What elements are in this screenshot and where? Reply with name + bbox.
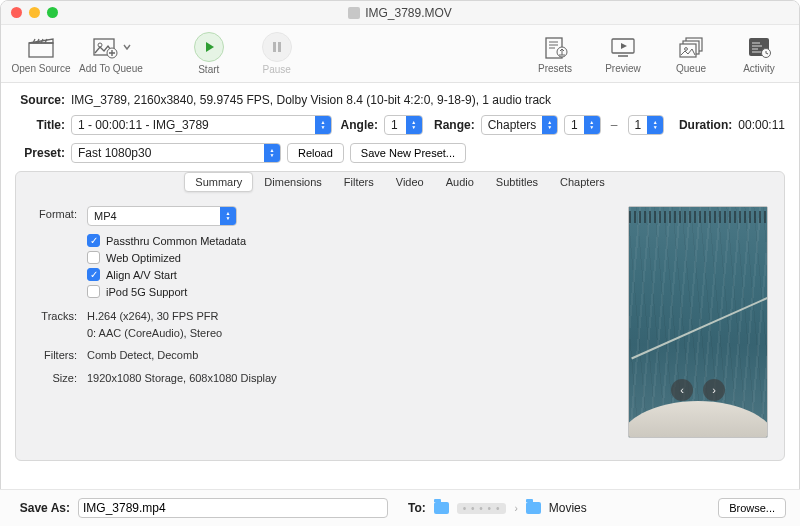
dest-folder: Movies (549, 501, 587, 515)
content-area: Source: IMG_3789, 2160x3840, 59.9745 FPS… (1, 83, 799, 467)
activity-button[interactable]: Activity (729, 33, 789, 74)
chevron-updown-icon: ▲▼ (542, 116, 557, 134)
size-value: 1920x1080 Storage, 608x1080 Display (87, 370, 277, 387)
range-from-select[interactable]: 1 ▲▼ (564, 115, 601, 135)
start-label: Start (198, 64, 219, 75)
presets-icon (540, 33, 570, 61)
pause-button[interactable]: Pause (247, 32, 307, 75)
tab-subtitles[interactable]: Subtitles (485, 172, 549, 192)
start-button[interactable]: Start (179, 32, 239, 75)
tracks-label: Tracks: (32, 308, 77, 322)
pause-label: Pause (263, 64, 291, 75)
passthru-checkbox[interactable]: ✓ Passthru Common Metadata (87, 234, 246, 247)
clapperboard-icon (26, 33, 56, 61)
preset-label: Preset: (15, 146, 65, 160)
chevron-updown-icon: ▲▼ (584, 116, 600, 134)
checkbox-icon (87, 251, 100, 264)
angle-label: Angle: (338, 118, 378, 132)
window-title: IMG_3789.MOV (1, 6, 799, 20)
size-label: Size: (32, 370, 77, 384)
angle-select[interactable]: 1 ▲▼ (384, 115, 423, 135)
play-icon (194, 32, 224, 62)
svg-rect-11 (680, 44, 696, 57)
dest-path-hidden: • • • • • (457, 503, 507, 514)
format-select[interactable]: MP4 ▲▼ (87, 206, 237, 226)
chevron-updown-icon: ▲▼ (647, 116, 663, 134)
range-to-select[interactable]: 1 ▲▼ (628, 115, 665, 135)
source-label: Source: (15, 93, 65, 107)
queue-icon (676, 33, 706, 61)
source-value: IMG_3789, 2160x3840, 59.9745 FPS, Dolby … (71, 93, 551, 107)
tab-chapters[interactable]: Chapters (549, 172, 616, 192)
range-mode-select[interactable]: Chapters ▲▼ (481, 115, 558, 135)
align-av-checkbox[interactable]: ✓ Align A/V Start (87, 268, 246, 281)
add-to-queue-button[interactable]: Add To Queue (79, 33, 143, 74)
duration-value: 00:00:11 (738, 118, 785, 132)
tabs-panel: SummaryDimensionsFiltersVideoAudioSubtit… (15, 171, 785, 461)
filters-value: Comb Detect, Decomb (87, 347, 198, 364)
title-select[interactable]: 1 - 00:00:11 - IMG_3789 ▲▼ (71, 115, 332, 135)
svg-rect-4 (273, 42, 276, 52)
svg-rect-5 (278, 42, 281, 52)
filters-label: Filters: (32, 347, 77, 361)
tab-video[interactable]: Video (385, 172, 435, 192)
preview-label: Preview (605, 63, 641, 74)
folder-icon (526, 502, 541, 514)
checkbox-icon: ✓ (87, 268, 100, 281)
chevron-updown-icon: ▲▼ (220, 207, 236, 225)
chevron-right-icon: › (514, 503, 517, 514)
tab-bar: SummaryDimensionsFiltersVideoAudioSubtit… (32, 172, 768, 192)
preview-button[interactable]: Preview (593, 33, 653, 74)
preset-select[interactable]: Fast 1080p30 ▲▼ (71, 143, 281, 163)
activity-label: Activity (743, 63, 775, 74)
range-label: Range: (429, 118, 475, 132)
preview-icon (608, 33, 638, 61)
presets-label: Presets (538, 63, 572, 74)
save-preset-button[interactable]: Save New Preset... (350, 143, 466, 163)
format-label: Format: (32, 206, 77, 220)
checkbox-icon: ✓ (87, 234, 100, 247)
ipod-checkbox[interactable]: iPod 5G Support (87, 285, 246, 298)
save-as-label: Save As: (14, 501, 70, 515)
preview-next-button[interactable]: › (703, 379, 725, 401)
svg-rect-0 (29, 43, 53, 57)
tab-filters[interactable]: Filters (333, 172, 385, 192)
title-label: Title: (15, 118, 65, 132)
duration-label: Duration: (670, 118, 732, 132)
reload-button[interactable]: Reload (287, 143, 344, 163)
browse-button[interactable]: Browse... (718, 498, 786, 518)
folder-icon (434, 502, 449, 514)
tab-audio[interactable]: Audio (435, 172, 485, 192)
tab-dimensions[interactable]: Dimensions (253, 172, 332, 192)
toolbar: Open Source Add To Queue Start Pause Pre… (1, 25, 799, 83)
preview-prev-button[interactable]: ‹ (671, 379, 693, 401)
save-as-input[interactable] (78, 498, 388, 518)
activity-icon (744, 33, 774, 61)
queue-button[interactable]: Queue (661, 33, 721, 74)
add-queue-icon (90, 33, 120, 61)
to-label: To: (408, 501, 426, 515)
range-separator: – (607, 118, 622, 132)
tab-summary[interactable]: Summary (184, 172, 253, 192)
pause-icon (262, 32, 292, 62)
open-source-button[interactable]: Open Source (11, 33, 71, 74)
checkbox-icon (87, 285, 100, 298)
add-to-queue-label: Add To Queue (79, 63, 143, 74)
open-source-label: Open Source (12, 63, 71, 74)
web-optimized-checkbox[interactable]: Web Optimized (87, 251, 246, 264)
preview-thumbnail: ‹ › (628, 206, 768, 438)
window-title-text: IMG_3789.MOV (365, 6, 452, 20)
titlebar: IMG_3789.MOV (1, 1, 799, 25)
chevron-updown-icon: ▲▼ (264, 144, 280, 162)
tracks-value: H.264 (x264), 30 FPS PFR 0: AAC (CoreAud… (87, 308, 222, 341)
footer: Save As: To: • • • • • › Movies Browse..… (0, 489, 800, 526)
queue-label: Queue (676, 63, 706, 74)
chevron-updown-icon: ▲▼ (406, 116, 422, 134)
document-icon (348, 7, 360, 19)
chevron-updown-icon: ▲▼ (315, 116, 331, 134)
dropdown-icon[interactable] (122, 42, 132, 52)
presets-button[interactable]: Presets (525, 33, 585, 74)
